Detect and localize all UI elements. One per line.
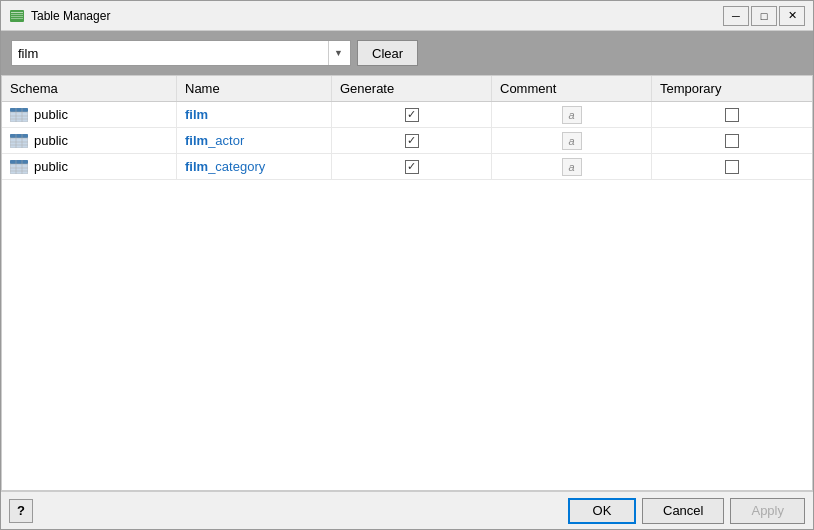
cell-schema: public: [2, 102, 177, 127]
table-row[interactable]: public film_category ✓ a: [2, 154, 812, 180]
cell-temporary[interactable]: [652, 102, 812, 127]
cell-schema: public: [2, 128, 177, 153]
search-combo[interactable]: ▼: [11, 40, 351, 66]
comment-button[interactable]: a: [562, 132, 582, 150]
cell-comment[interactable]: a: [492, 154, 652, 179]
search-input[interactable]: [14, 44, 328, 63]
cell-comment[interactable]: a: [492, 128, 652, 153]
window-controls: ─ □ ✕: [723, 6, 805, 26]
temporary-checkbox[interactable]: [725, 134, 739, 148]
name-highlighted: film: [185, 159, 208, 174]
svg-rect-2: [11, 14, 23, 15]
main-window: Table Manager ─ □ ✕ ▼ Clear Schema Name …: [0, 0, 814, 530]
cell-generate[interactable]: ✓: [332, 154, 492, 179]
schema-value: public: [34, 107, 68, 122]
row-icon: [10, 134, 28, 148]
name-rest: _actor: [208, 133, 244, 148]
col-header-name: Name: [177, 76, 332, 101]
svg-rect-13: [10, 134, 28, 138]
table-area: Schema Name Generate Comment Temporary: [1, 75, 813, 491]
cell-generate[interactable]: ✓: [332, 128, 492, 153]
table-body: public film ✓ a: [2, 102, 812, 490]
cell-generate[interactable]: ✓: [332, 102, 492, 127]
generate-checkbox[interactable]: ✓: [405, 160, 419, 174]
cell-name: film_actor: [177, 128, 332, 153]
table-header: Schema Name Generate Comment Temporary: [2, 76, 812, 102]
cell-temporary[interactable]: [652, 128, 812, 153]
help-button[interactable]: ?: [9, 499, 33, 523]
svg-rect-3: [11, 16, 23, 17]
svg-rect-4: [11, 18, 23, 19]
comment-button[interactable]: a: [562, 106, 582, 124]
window-title: Table Manager: [31, 9, 723, 23]
toolbar: ▼ Clear: [1, 31, 813, 75]
temporary-checkbox[interactable]: [725, 108, 739, 122]
bottom-bar: ? OK Cancel Apply: [1, 491, 813, 529]
schema-value: public: [34, 133, 68, 148]
window-icon: [9, 8, 25, 24]
cell-schema: public: [2, 154, 177, 179]
cell-comment[interactable]: a: [492, 102, 652, 127]
table-row[interactable]: public film ✓ a: [2, 102, 812, 128]
name-highlighted: film: [185, 133, 208, 148]
minimize-button[interactable]: ─: [723, 6, 749, 26]
name-highlighted: film: [185, 107, 208, 122]
col-header-comment: Comment: [492, 76, 652, 101]
title-bar: Table Manager ─ □ ✕: [1, 1, 813, 31]
comment-button[interactable]: a: [562, 158, 582, 176]
col-header-schema: Schema: [2, 76, 177, 101]
svg-rect-1: [11, 12, 23, 13]
row-icon: [10, 160, 28, 174]
cell-name: film_category: [177, 154, 332, 179]
svg-rect-20: [10, 160, 28, 164]
combo-dropdown-arrow[interactable]: ▼: [328, 41, 348, 65]
cell-name: film: [177, 102, 332, 127]
col-header-temporary: Temporary: [652, 76, 812, 101]
generate-checkbox[interactable]: ✓: [405, 108, 419, 122]
schema-value: public: [34, 159, 68, 174]
temporary-checkbox[interactable]: [725, 160, 739, 174]
maximize-button[interactable]: □: [751, 6, 777, 26]
table-row[interactable]: public film_actor ✓ a: [2, 128, 812, 154]
ok-button[interactable]: OK: [568, 498, 636, 524]
row-icon: [10, 108, 28, 122]
col-header-generate: Generate: [332, 76, 492, 101]
apply-button[interactable]: Apply: [730, 498, 805, 524]
close-button[interactable]: ✕: [779, 6, 805, 26]
generate-checkbox[interactable]: ✓: [405, 134, 419, 148]
cell-temporary[interactable]: [652, 154, 812, 179]
cancel-button[interactable]: Cancel: [642, 498, 724, 524]
clear-button[interactable]: Clear: [357, 40, 418, 66]
svg-rect-6: [10, 108, 28, 112]
name-rest: _category: [208, 159, 265, 174]
